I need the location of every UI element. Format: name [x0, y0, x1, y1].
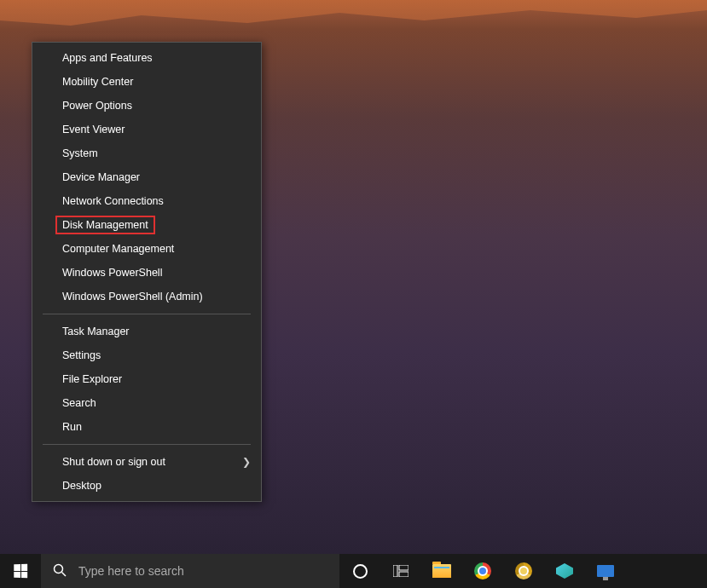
- app-taskbar-button-2[interactable]: [585, 554, 626, 588]
- menu-item-label: Power Options: [62, 100, 132, 112]
- start-button[interactable]: [0, 554, 41, 588]
- menu-desktop[interactable]: Desktop: [32, 474, 261, 498]
- menu-event-viewer[interactable]: Event Viewer: [32, 118, 261, 141]
- taskbar-search-box[interactable]: Type here to search: [41, 554, 339, 588]
- menu-item-label: Mobility Center: [62, 76, 133, 88]
- menu-separator: [43, 444, 251, 445]
- menu-settings[interactable]: Settings: [32, 343, 261, 367]
- chrome-canary-taskbar-button[interactable]: [503, 554, 544, 588]
- menu-item-label: Apps and Features: [62, 52, 153, 64]
- app-taskbar-button-1[interactable]: [544, 554, 585, 588]
- menu-item-label: Device Manager: [62, 171, 140, 183]
- app-icon-1: [556, 563, 573, 579]
- menu-item-label: Search: [62, 397, 96, 409]
- file-explorer-icon: [432, 564, 451, 578]
- menu-apps-and-features[interactable]: Apps and Features: [32, 46, 261, 70]
- menu-windows-powershell-admin[interactable]: Windows PowerShell (Admin): [32, 285, 261, 308]
- menu-item-label: Shut down or sign out: [62, 456, 165, 468]
- menu-item-label: Settings: [62, 349, 101, 361]
- menu-task-manager[interactable]: Task Manager: [32, 320, 261, 343]
- menu-run[interactable]: Run: [32, 415, 261, 439]
- file-explorer-taskbar-button[interactable]: [421, 554, 462, 588]
- windows-logo-icon: [14, 564, 27, 578]
- menu-item-label: Task Manager: [62, 326, 130, 337]
- menu-computer-management[interactable]: Computer Management: [32, 237, 261, 261]
- screen-share-icon: [597, 565, 614, 577]
- task-view-icon: [393, 565, 409, 577]
- svg-rect-3: [399, 565, 409, 570]
- search-placeholder: Type here to search: [78, 564, 184, 578]
- task-view-button[interactable]: [380, 554, 421, 588]
- winx-context-menu: Apps and FeaturesMobility CenterPower Op…: [32, 42, 262, 502]
- menu-group: Task ManagerSettingsFile ExplorerSearchR…: [32, 316, 261, 442]
- chrome-taskbar-button[interactable]: [462, 554, 503, 588]
- menu-item-label: Windows PowerShell (Admin): [62, 291, 203, 303]
- taskbar: Type here to search: [0, 554, 707, 588]
- menu-separator: [43, 314, 251, 314]
- menu-item-label: Disk Management: [55, 216, 155, 234]
- menu-device-manager[interactable]: Device Manager: [32, 165, 261, 189]
- svg-rect-4: [399, 572, 409, 577]
- menu-windows-powershell[interactable]: Windows PowerShell: [32, 261, 261, 285]
- menu-mobility-center[interactable]: Mobility Center: [32, 70, 261, 94]
- menu-network-connections[interactable]: Network Connections: [32, 189, 261, 213]
- chevron-right-icon: ❯: [242, 456, 251, 468]
- menu-item-label: File Explorer: [62, 373, 122, 385]
- menu-item-label: Event Viewer: [62, 124, 125, 135]
- menu-group: Apps and FeaturesMobility CenterPower Op…: [32, 43, 261, 312]
- menu-system[interactable]: System: [32, 141, 261, 165]
- cortana-button[interactable]: [339, 554, 380, 588]
- menu-power-options[interactable]: Power Options: [32, 94, 261, 118]
- menu-disk-management[interactable]: Disk Management: [32, 213, 261, 237]
- menu-item-label: Network Connections: [62, 195, 164, 207]
- svg-rect-2: [393, 565, 397, 577]
- menu-item-label: Computer Management: [62, 243, 174, 255]
- search-icon: [53, 563, 67, 579]
- menu-item-label: Run: [62, 421, 82, 433]
- menu-item-label: System: [62, 147, 98, 159]
- svg-point-0: [55, 564, 63, 573]
- menu-item-label: Desktop: [62, 480, 101, 492]
- chrome-canary-icon: [515, 562, 532, 579]
- svg-line-1: [62, 572, 67, 576]
- taskbar-icons: [339, 554, 626, 588]
- chrome-icon: [474, 562, 491, 579]
- menu-shutdown-signout[interactable]: Shut down or sign out❯: [32, 450, 261, 474]
- menu-item-label: Windows PowerShell: [62, 267, 162, 279]
- menu-search[interactable]: Search: [32, 391, 261, 415]
- menu-file-explorer[interactable]: File Explorer: [32, 367, 261, 391]
- cortana-icon: [353, 564, 368, 579]
- menu-group: Shut down or sign out❯Desktop: [32, 447, 261, 501]
